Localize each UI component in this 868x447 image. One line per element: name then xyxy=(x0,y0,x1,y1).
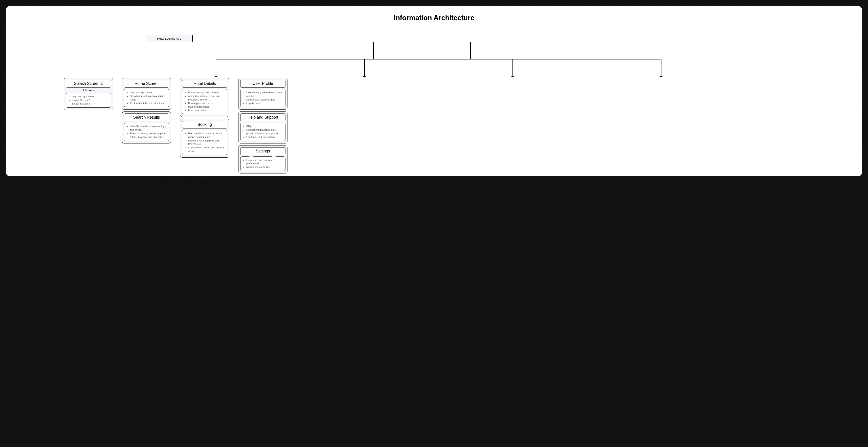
bullet-item: Notifications settings xyxy=(246,166,283,169)
bullet-item: Map and directions. xyxy=(188,105,225,109)
column-details: Hotel DetailsPhotos, ratings, and review… xyxy=(180,78,229,159)
column-profile: User ProfileUser details (name, email, p… xyxy=(238,78,287,175)
column-home: Home ScreenLogo and app nameSearch bar f… xyxy=(122,78,171,145)
bullet-item: Book now button. xyxy=(188,109,225,112)
node-card: Home ScreenLogo and app nameSearch bar f… xyxy=(122,78,171,110)
node-card: SettingsLanguage and currency preference… xyxy=(238,145,287,174)
bullet-item: User details (name, email, phone number) xyxy=(246,91,283,98)
node-card: Splash Screen 13 ScreensLogo and app nam… xyxy=(64,78,113,110)
bullet-item: Photos, ratings, and reviews. xyxy=(188,91,225,94)
bullet-item: Current and past bookings xyxy=(246,98,283,101)
bullet-item: Filters for sorting results by price, ra… xyxy=(130,132,167,139)
node-root: Hotel Booking App xyxy=(146,35,193,42)
node-card: Search ResultsList of hotels with photos… xyxy=(122,112,171,144)
bullet-item: Contact information (email, phone number… xyxy=(246,128,283,136)
bullet-box: Photos, ratings, and reviews.Amenities l… xyxy=(182,89,227,114)
bullet-item: Loyalty points xyxy=(246,101,283,105)
bullet-item: Logo and app name xyxy=(72,95,108,98)
page-title: Information Architecture xyxy=(6,14,862,22)
node-title: Booking xyxy=(182,121,227,128)
node-root-label: Hotel Booking App xyxy=(157,37,181,40)
node-card: BookingUser details form (name, email, p… xyxy=(180,119,229,158)
bullet-box: User details (name, email, phone number)… xyxy=(240,89,285,107)
bullet-item: Featured hotels or destinations xyxy=(130,101,167,105)
node-title: Splash Screen 1 xyxy=(66,80,111,88)
bullet-item: Logo and app name xyxy=(130,91,167,94)
bullet-item: Splash Screen 3 xyxy=(72,102,108,106)
node-subheader: 3 Screens xyxy=(66,89,111,92)
bullet-box: FAQsContact information (email, phone nu… xyxy=(240,123,285,141)
bullet-item: Amenities list (e.g., pool, gym, breakfa… xyxy=(188,94,225,101)
bullet-item: User details form (name, email, phone nu… xyxy=(188,132,225,139)
column-splash: Splash Screen 13 ScreensLogo and app nam… xyxy=(64,78,113,112)
bullet-box: Logo and app nameSearch bar for location… xyxy=(124,89,169,107)
bullet-item: Feedback and review form xyxy=(246,136,283,139)
bullet-box: Language and currency preferencesNotific… xyxy=(240,156,285,171)
node-card: Help and SupportFAQsContact information … xyxy=(238,112,287,144)
bullet-box: User details form (name, email, phone nu… xyxy=(182,130,227,155)
node-card: Hotel DetailsPhotos, ratings, and review… xyxy=(180,78,229,117)
bullet-item: Search bar for location and date range xyxy=(130,94,167,101)
bullet-item: Splash Screen 2 xyxy=(72,98,108,102)
node-title: Hotel Details xyxy=(182,80,227,88)
bullet-item: Payment options (credit card, PayPal, et… xyxy=(188,139,225,146)
bullet-box: Logo and app nameSplash Screen 2Splash S… xyxy=(66,93,111,108)
outer-frame: Information Architecture Hotel Booking A… xyxy=(3,3,865,179)
node-title: User Profile xyxy=(240,80,285,88)
node-title: Help and Support xyxy=(240,114,285,121)
bullet-item: Confirmation screen with booking details… xyxy=(188,146,225,153)
node-title: Search Results xyxy=(124,114,169,121)
bullet-item: Language and currency preferences xyxy=(246,158,283,166)
node-card: User ProfileUser details (name, email, p… xyxy=(238,78,287,110)
bullet-item: Room types and prices. xyxy=(188,101,225,105)
node-title: Home Screen xyxy=(124,80,169,88)
bullet-item: List of hotels with photos, ratings, and… xyxy=(130,125,167,132)
diagram-canvas: Information Architecture Hotel Booking A… xyxy=(6,6,862,176)
bullet-item: FAQs xyxy=(246,125,283,128)
bullet-box: List of hotels with photos, ratings, and… xyxy=(124,123,169,141)
node-title: Settings xyxy=(240,147,285,155)
